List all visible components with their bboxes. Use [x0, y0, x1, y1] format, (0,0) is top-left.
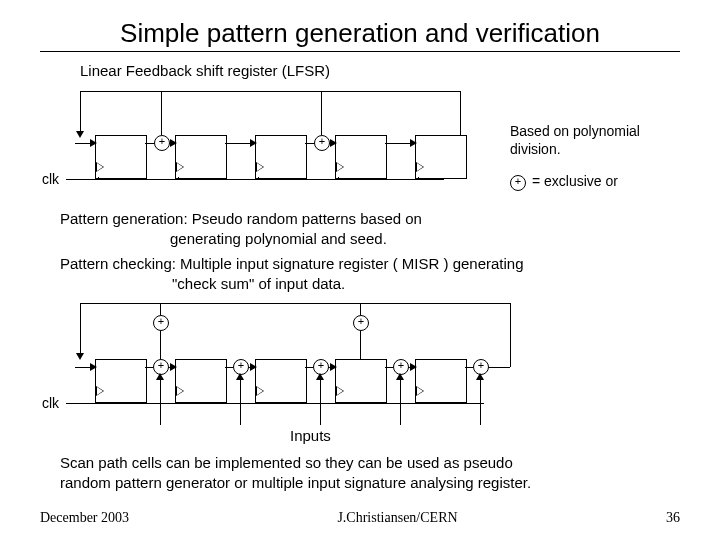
flipflop-icon: [415, 135, 467, 179]
clk-label: clk: [42, 171, 59, 187]
flipflop-icon: [415, 359, 467, 403]
xor-icon: [153, 315, 169, 331]
flipflop-icon: [255, 135, 307, 179]
xor-legend-text: = exclusive or: [532, 173, 618, 189]
pattern-generation-note: Pattern generation: Pseudo random patter…: [60, 209, 680, 248]
xor-icon: [353, 315, 369, 331]
footer: December 2003 J.Christiansen/CERN 36: [0, 510, 720, 526]
pattern-checking-note: Pattern checking: Multiple input signatu…: [60, 254, 680, 293]
lfsr-heading: Linear Feedback shift register (LFSR): [80, 62, 680, 79]
footer-date: December 2003: [40, 510, 129, 526]
inputs-label: Inputs: [290, 427, 331, 444]
flipflop-icon: [95, 135, 147, 179]
flipflop-icon: [335, 359, 387, 403]
flipflop-icon: [335, 135, 387, 179]
title-rule: [40, 51, 680, 52]
flipflop-icon: [175, 359, 227, 403]
flipflop-icon: [95, 359, 147, 403]
xor-icon: [314, 135, 330, 151]
footer-author: J.Christiansen/CERN: [337, 510, 457, 526]
xor-icon: [154, 135, 170, 151]
misr-diagram: clk: [40, 297, 680, 447]
flipflop-icon: [175, 135, 227, 179]
xor-legend-icon: [510, 175, 526, 191]
final-note: Scan path cells can be implemented so th…: [60, 453, 660, 492]
slide-title: Simple pattern generation and verificati…: [40, 18, 680, 49]
clk-label: clk: [42, 395, 59, 411]
flipflop-icon: [255, 359, 307, 403]
footer-page-number: 36: [666, 510, 680, 526]
lfsr-diagram: clk Based on polynomial division. = excl…: [40, 83, 680, 203]
polynomial-note: Based on polynomial division.: [510, 123, 640, 158]
